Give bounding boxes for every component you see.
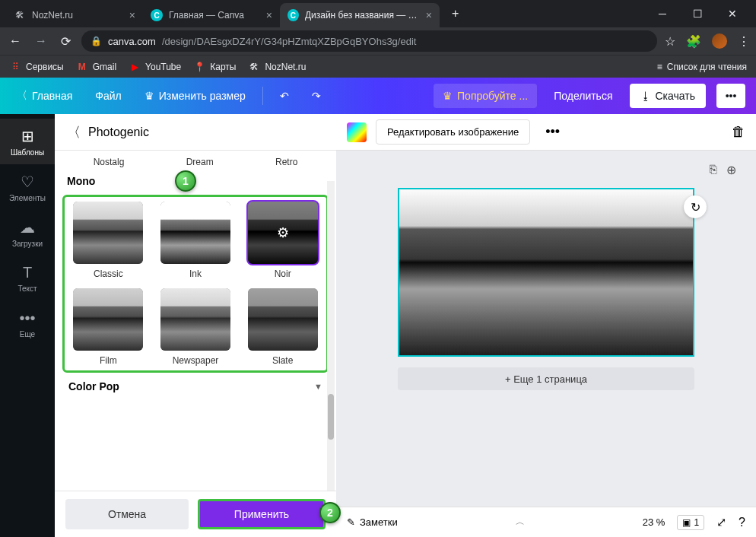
panel-title: Photogenic (88, 126, 149, 139)
extension-icons: ☆ 🧩 ⋮ (665, 33, 750, 49)
separator (262, 87, 263, 105)
chevron-down-icon: ▼ (314, 382, 322, 391)
wrench-icon: 🛠 (248, 61, 260, 73)
bookmark-youtube[interactable]: ▶ YouTube (129, 61, 181, 73)
maximize-button[interactable]: ☐ (680, 0, 715, 27)
close-icon[interactable]: × (426, 9, 432, 21)
resize-button[interactable]: ♛ Изменить размер (138, 85, 252, 106)
url-path: /design/DAEsgxDZ4rY/G34pHZmtqXZBpGqBYOhs… (162, 36, 417, 47)
templates-icon: ⊞ (21, 127, 34, 145)
chevron-left-icon: 〈 (17, 89, 27, 103)
forward-button[interactable]: → (32, 31, 50, 51)
filter-film[interactable]: Film (69, 288, 148, 366)
address-input[interactable]: 🔒 canva.com/design/DAEsgxDZ4rY/G34pHZmtq… (81, 30, 657, 52)
new-tab-button[interactable]: + (446, 4, 465, 24)
panel-header: 〈 Photogenic (55, 114, 336, 151)
bookmark-apps[interactable]: ⠿ Сервисы (9, 61, 64, 73)
grid-icon: ⠿ (9, 61, 21, 73)
redo-button[interactable]: ↷ (306, 85, 327, 106)
reading-list-button[interactable]: ≡ Список для чтения (657, 62, 747, 72)
file-menu[interactable]: Файл (89, 85, 127, 106)
notes-button[interactable]: ✎ Заметки (347, 516, 398, 528)
scrollbar-thumb[interactable] (328, 394, 334, 440)
canva-toolbar: 〈 Главная Файл ♛ Изменить размер ↶ ↷ ♛ П… (0, 78, 756, 114)
context-more-button[interactable]: ••• (539, 121, 566, 143)
undo-button[interactable]: ↶ (274, 85, 295, 106)
help-icon[interactable]: ? (739, 516, 745, 529)
canva-icon: C (287, 9, 299, 21)
bookmark-noznet[interactable]: 🛠 NozNet.ru (248, 61, 306, 73)
download-icon: ⭳ (640, 90, 651, 102)
duplicate-page-icon[interactable]: ⎘ (710, 163, 717, 177)
filter-panel: 〈 Photogenic Nostalg Dream Retro Mono 1 … (55, 114, 336, 537)
filter-noir[interactable]: ⚙ Noir (243, 202, 322, 279)
gmail-icon: M (76, 61, 88, 73)
close-icon[interactable]: × (129, 9, 135, 21)
design-page[interactable]: ↻ (398, 188, 694, 357)
rail-uploads[interactable]: ☁ Загрузки (0, 210, 55, 256)
rail-templates[interactable]: ⊞ Шаблоны (0, 119, 55, 164)
back-icon[interactable]: 〈 (67, 123, 81, 141)
filter-slate[interactable]: Slate (243, 288, 322, 366)
youtube-icon: ▶ (129, 61, 141, 73)
browser-addrbar: ← → ⟳ 🔒 canva.com/design/DAEsgxDZ4rY/G34… (0, 27, 756, 55)
canvas-viewport[interactable]: ⎘ ⊕ ↻ + Еще 1 страница (336, 151, 756, 507)
chevron-up-icon[interactable]: ︿ (516, 516, 525, 529)
edit-image-button[interactable]: Редактировать изображение (376, 119, 530, 145)
tab-title: NozNet.ru (32, 10, 73, 21)
fullscreen-icon[interactable]: ⤢ (716, 515, 726, 529)
minimize-button[interactable]: ─ (645, 0, 680, 27)
close-icon[interactable]: × (266, 9, 272, 21)
home-button[interactable]: 〈 Главная (11, 84, 78, 107)
add-page-icon[interactable]: ⊕ (726, 163, 736, 177)
bookmark-gmail[interactable]: M Gmail (76, 61, 116, 73)
app-body: ⊞ Шаблоны ♡ Элементы ☁ Загрузки T Текст … (0, 114, 756, 537)
scrollbar-track[interactable] (327, 181, 335, 491)
canva-icon: C (151, 9, 163, 21)
pencil-icon: ✎ (347, 516, 355, 528)
browser-tab[interactable]: 🛠 NozNet.ru × (6, 3, 143, 27)
delete-button[interactable]: 🗑 (732, 124, 745, 140)
try-pro-button[interactable]: ♛ Попробуйте ... (434, 84, 537, 108)
color-picker-button[interactable] (347, 122, 367, 142)
zoom-level[interactable]: 23 % (643, 516, 665, 528)
window-controls: ─ ☐ ✕ (645, 0, 750, 27)
colorpop-section[interactable]: Color Pop ▼ (62, 373, 329, 397)
profile-avatar[interactable] (712, 33, 727, 49)
star-icon[interactable]: ☆ (665, 34, 675, 49)
rail-more[interactable]: ••• Еще (0, 301, 55, 347)
list-icon: ≡ (657, 62, 662, 72)
bookmark-maps[interactable]: 📍 Карты (193, 61, 236, 73)
page-actions: ⎘ ⊕ (710, 163, 744, 177)
download-button[interactable]: ⭳ Скачать (630, 84, 707, 108)
annotation-badge-2: 2 (319, 502, 341, 523)
share-button[interactable]: Поделиться (548, 85, 618, 106)
rail-elements[interactable]: ♡ Элементы (0, 164, 55, 210)
tab-title: Дизайн без названия — 1600 (305, 10, 420, 21)
more-menu-button[interactable]: ••• (716, 84, 745, 108)
close-window-button[interactable]: ✕ (715, 0, 750, 27)
url-domain: canva.com (108, 36, 156, 47)
canvas-toolbar: Редактировать изображение ••• 🗑 (336, 114, 756, 151)
cloud-icon: ☁ (20, 218, 35, 237)
rotate-handle[interactable]: ↻ (684, 195, 707, 218)
page-image[interactable] (399, 189, 693, 355)
extensions-icon[interactable]: 🧩 (686, 34, 701, 49)
filter-ink[interactable]: Ink (157, 202, 235, 279)
filter-label: Dream (186, 157, 214, 167)
reload-button[interactable]: ⟳ (58, 31, 74, 52)
menu-icon[interactable]: ⋮ (738, 34, 750, 49)
rail-text[interactable]: T Текст (0, 256, 55, 301)
filter-newspaper[interactable]: Newspaper (157, 288, 235, 366)
page-count[interactable]: ▣1 (677, 515, 704, 530)
add-page-button[interactable]: + Еще 1 страница (398, 367, 694, 390)
cancel-button[interactable]: Отмена (65, 499, 189, 529)
crown-icon: ♛ (443, 90, 453, 102)
apply-button[interactable]: Применить (198, 499, 326, 529)
back-button[interactable]: ← (6, 31, 24, 51)
browser-tab-active[interactable]: C Дизайн без названия — 1600 × (280, 3, 440, 27)
section-title: Mono (67, 175, 329, 187)
browser-tab[interactable]: C Главная — Canva × (143, 3, 280, 27)
filter-classic[interactable]: Classic (69, 202, 148, 279)
browser-titlebar: 🛠 NozNet.ru × C Главная — Canva × C Диза… (0, 0, 756, 27)
